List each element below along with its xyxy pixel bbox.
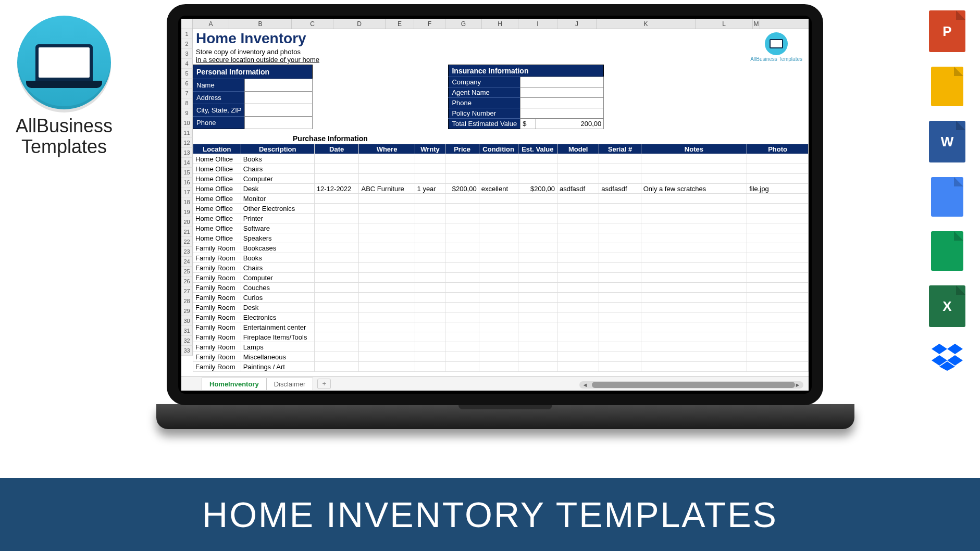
powerpoint-icon[interactable]: P [929, 10, 965, 52]
grid-cell[interactable] [557, 214, 599, 223]
row-number[interactable]: 7 [181, 89, 193, 98]
grid-cell[interactable]: Books [241, 154, 314, 164]
grid-cell[interactable] [641, 223, 747, 233]
grid-cell[interactable] [415, 322, 445, 332]
row-number[interactable]: 6 [181, 79, 193, 89]
grid-cell[interactable] [479, 214, 518, 223]
grid-cell[interactable] [747, 223, 809, 233]
grid-cell[interactable] [415, 223, 445, 233]
grid-cell[interactable]: Entertainment center [241, 322, 314, 332]
grid-cell[interactable] [445, 273, 479, 283]
grid-cell[interactable] [641, 174, 747, 184]
row-number[interactable]: 14 [181, 158, 193, 168]
grid-cell[interactable]: Home Office [193, 204, 241, 214]
row-number[interactable]: 12 [181, 138, 193, 148]
grid-cell[interactable] [641, 312, 747, 322]
grid-cell[interactable] [359, 362, 415, 372]
grid-cell[interactable] [359, 214, 415, 223]
row-number[interactable]: 31 [181, 326, 193, 336]
grid-cell[interactable]: Electronics [241, 312, 314, 322]
grid-cell[interactable] [641, 263, 747, 273]
grid-cell[interactable] [557, 204, 599, 214]
grid-cell[interactable] [445, 362, 479, 372]
grid-cell[interactable] [518, 362, 557, 372]
row-number[interactable]: 26 [181, 277, 193, 286]
grid-cell[interactable]: Family Room [193, 352, 241, 362]
grid-cell[interactable] [641, 322, 747, 332]
grid-header[interactable]: Price [445, 144, 479, 154]
tab-disclaimer[interactable]: Disclaimer [266, 378, 314, 390]
grid-cell[interactable] [415, 204, 445, 214]
table-row[interactable]: Family RoomLamps [193, 342, 809, 352]
grid-cell[interactable] [599, 352, 641, 362]
grid-cell[interactable] [415, 273, 445, 283]
grid-cell[interactable] [557, 362, 599, 372]
row-number[interactable]: 11 [181, 128, 193, 138]
grid-cell[interactable] [314, 273, 359, 283]
grid-cell[interactable] [518, 174, 557, 184]
grid-cell[interactable] [599, 312, 641, 322]
grid-cell[interactable] [599, 164, 641, 174]
grid-cell[interactable]: Home Office [193, 214, 241, 223]
grid-cell[interactable] [445, 223, 479, 233]
grid-cell[interactable] [415, 154, 445, 164]
grid-cell[interactable] [415, 194, 445, 204]
grid-cell[interactable] [599, 303, 641, 312]
grid-cell[interactable]: Computer [241, 273, 314, 283]
grid-cell[interactable] [641, 293, 747, 303]
grid-cell[interactable] [557, 263, 599, 273]
grid-cell[interactable] [557, 154, 599, 164]
grid-cell[interactable] [518, 233, 557, 243]
grid-cell[interactable] [747, 164, 809, 174]
grid-cell[interactable] [359, 352, 415, 362]
col-letter[interactable]: D [333, 19, 386, 29]
grid-cell[interactable] [599, 342, 641, 352]
grid-cell[interactable] [359, 293, 415, 303]
google-sheets-icon[interactable] [931, 231, 963, 271]
row-number[interactable]: 23 [181, 247, 193, 257]
grid-cell[interactable] [359, 243, 415, 253]
grid-cell[interactable] [359, 332, 415, 342]
grid-cell[interactable]: 12-12-2022 [314, 184, 359, 194]
grid-cell[interactable] [314, 243, 359, 253]
grid-cell[interactable] [359, 312, 415, 322]
table-row[interactable]: Home OfficeMonitor [193, 194, 809, 204]
grid-cell[interactable] [479, 243, 518, 253]
grid-cell[interactable]: Family Room [193, 303, 241, 312]
grid-cell[interactable] [445, 243, 479, 253]
grid-cell[interactable] [557, 312, 599, 322]
grid-cell[interactable] [314, 204, 359, 214]
grid-cell[interactable] [599, 293, 641, 303]
grid-cell[interactable]: Miscellaneous [241, 352, 314, 362]
grid-header[interactable]: Wrnty [415, 144, 445, 154]
grid-cell[interactable] [359, 174, 415, 184]
grid-cell[interactable] [599, 263, 641, 273]
grid-header[interactable]: Photo [747, 144, 809, 154]
grid-cell[interactable] [518, 273, 557, 283]
grid-cell[interactable] [599, 214, 641, 223]
grid-cell[interactable] [747, 332, 809, 342]
grid-cell[interactable] [747, 214, 809, 223]
grid-cell[interactable] [518, 322, 557, 332]
grid-cell[interactable] [445, 194, 479, 204]
grid-cell[interactable] [314, 174, 359, 184]
grid-cell[interactable] [415, 214, 445, 223]
grid-cell[interactable] [599, 332, 641, 342]
grid-cell[interactable] [557, 332, 599, 342]
grid-cell[interactable] [314, 342, 359, 352]
grid-cell[interactable] [479, 223, 518, 233]
row-number[interactable]: 15 [181, 168, 193, 178]
grid-cell[interactable] [415, 362, 445, 372]
grid-cell[interactable]: Family Room [193, 273, 241, 283]
grid-cell[interactable]: Bookcases [241, 243, 314, 253]
grid-cell[interactable] [479, 273, 518, 283]
grid-cell[interactable] [359, 253, 415, 263]
grid-cell[interactable]: Home Office [193, 174, 241, 184]
grid-cell[interactable] [479, 204, 518, 214]
grid-cell[interactable] [479, 303, 518, 312]
grid-cell[interactable] [747, 273, 809, 283]
grid-cell[interactable]: Books [241, 253, 314, 263]
row-number[interactable]: 13 [181, 148, 193, 158]
row-number[interactable]: 18 [181, 197, 193, 207]
grid-cell[interactable] [479, 362, 518, 372]
